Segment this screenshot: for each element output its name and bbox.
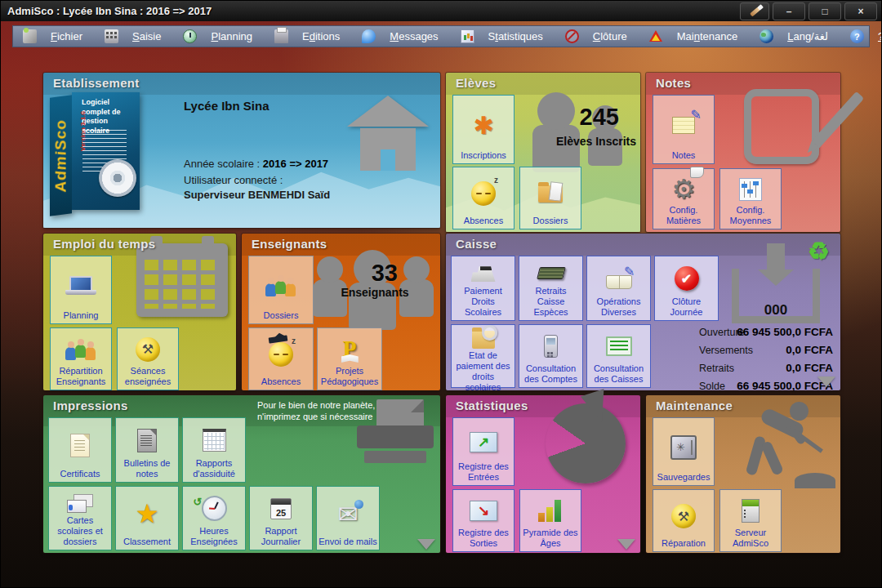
sauvegardes-button[interactable]: Sauvegardes: [653, 417, 715, 486]
registre-sorties-button[interactable]: Registre des Sorties: [452, 489, 514, 552]
menu-editions[interactable]: Editions: [274, 29, 340, 43]
folder-search-icon: [453, 329, 513, 350]
panel-title: Maintenance: [646, 395, 840, 412]
enseignants-absences-button[interactable]: Absences: [248, 327, 314, 390]
minimize-button[interactable]: –: [773, 2, 805, 20]
teachers-count: 33: [372, 260, 398, 287]
retraits-especes-button[interactable]: Retraits Caisse Espèces: [519, 256, 583, 321]
scroll-down-arrow[interactable]: [617, 539, 635, 550]
inscriptions-button[interactable]: Inscriptions: [452, 95, 514, 164]
summary-row: Ouverture66 945 500,0 FCFA: [693, 324, 833, 342]
planning-button[interactable]: Planning: [50, 256, 112, 324]
cloture-journee-button[interactable]: Clôture Journée: [654, 256, 719, 321]
panel-notes: Notes Notes Config. Matières Config. Moy…: [646, 73, 840, 232]
sleepy-graduate-icon: [251, 332, 311, 376]
theme-brush-button[interactable]: [740, 2, 769, 20]
menu-saisie[interactable]: Saisie: [105, 29, 161, 43]
server-icon: [722, 494, 779, 528]
menu-maintenance[interactable]: Maintenance: [649, 29, 737, 43]
cartes-scolaires-button[interactable]: Cartes scolaires et dossiers: [48, 486, 112, 550]
project-book-icon: P: [319, 332, 380, 366]
panel-title: Emploi du temps: [43, 234, 236, 251]
panel-title: Notes: [646, 73, 840, 90]
panel-title: Caisse: [446, 234, 840, 251]
consultation-caisses-button[interactable]: Consultation des Caisses: [586, 324, 651, 388]
banknotes-icon: [521, 261, 581, 286]
box-brand: AdmiSco: [52, 118, 70, 193]
eleves-absences-button[interactable]: Absences: [452, 167, 514, 229]
globe-icon: [760, 29, 773, 43]
paiement-droits-button[interactable]: Paiement Droits Scolaires: [451, 256, 515, 321]
year-value: 2016 => 2017: [263, 158, 328, 170]
red-check-icon: [657, 261, 716, 296]
connected-user: Superviseur BENMEHDI Saïd: [184, 189, 330, 201]
teachers-count-label: Enseignants: [311, 286, 439, 299]
panel-enseignants: Enseignants 33 Enseignants Dossiers Abse…: [242, 234, 440, 390]
panel-eleves: Elèves 245 Elèves Inscrits Inscriptions …: [446, 73, 640, 232]
calendar-day-icon: [252, 491, 310, 526]
menu-statistiques[interactable]: Statistiques: [461, 29, 543, 43]
panel-title: Etablissement: [43, 73, 440, 90]
cd-icon: [99, 159, 136, 197]
cash-drawer-icon: 000: [728, 243, 823, 323]
etat-paiement-button[interactable]: Etat de paiement des droits scolaires: [451, 324, 515, 388]
bulletins-notes-button[interactable]: Bulletins de notes: [115, 417, 179, 483]
notes-button[interactable]: Notes: [653, 95, 715, 164]
eleves-dossiers-button[interactable]: Dossiers: [519, 167, 581, 229]
menu-planning[interactable]: Planning: [183, 29, 252, 43]
report-document-icon: [118, 422, 176, 458]
admisco-product-box: Logiciel complet de gestion scolaire Ver…: [50, 92, 140, 220]
registre-entrees-button[interactable]: Registre des Entrées: [452, 417, 514, 486]
panel-caisse: Caisse 000 Paiement Droits Scolaires Ret…: [446, 234, 840, 390]
config-moyennes-button[interactable]: Config. Moyennes: [719, 168, 782, 229]
sliders-icon: [722, 173, 779, 205]
serveur-admisco-button[interactable]: Serveur AdmiSco: [719, 489, 782, 552]
paintbrush-icon: [749, 7, 760, 16]
chart-down-icon: [455, 494, 512, 528]
reparation-button[interactable]: Réparation: [653, 489, 715, 552]
panel-title: Enseignants: [242, 234, 440, 251]
menu-messages[interactable]: Messages: [362, 29, 438, 43]
operations-diverses-button[interactable]: Opérations Diverses: [586, 256, 651, 321]
enseignants-dossiers-button[interactable]: Dossiers: [248, 256, 314, 324]
drawer-counter: 000: [728, 302, 823, 318]
app-window: AdmiSco : Lycée Ibn Sina : 2016 => 2017 …: [0, 0, 882, 588]
repartition-enseignants-button[interactable]: Répartition Enseignants: [50, 327, 112, 390]
summary-row: Solde66 945 500,0 FCFA: [693, 378, 833, 396]
config-matieres-button[interactable]: Config. Matières: [653, 168, 715, 229]
safe-icon: [655, 422, 712, 472]
panel-emploi-du-temps: Emploi du temps Planning Répartition Ens…: [43, 234, 236, 390]
pyramide-ages-button[interactable]: Pyramide des Âges: [519, 489, 581, 552]
house-icon: [347, 96, 429, 171]
maximize-button[interactable]: □: [808, 2, 841, 20]
envoi-mails-button[interactable]: Envoi de mails: [316, 486, 380, 550]
close-button[interactable]: ×: [844, 2, 877, 20]
heures-enseignees-button[interactable]: Heures Enseignées: [182, 486, 246, 550]
chart-menu-icon: [461, 29, 474, 43]
tools-icon: [119, 332, 176, 366]
rapport-journalier-button[interactable]: Rapport Journalier: [249, 486, 313, 550]
menu-help[interactable]: ?: [850, 29, 882, 43]
menu-lang[interactable]: Lang/لغة: [760, 29, 828, 43]
printer-menu-icon: [274, 29, 288, 43]
cash-register-icon: [453, 261, 513, 286]
keyboard-menu-icon: [105, 29, 118, 43]
menu-fichier[interactable]: Fichier: [23, 29, 82, 43]
projets-pedagogiques-button[interactable]: P Projets Pédagogiques: [317, 327, 382, 390]
title-bar: AdmiSco : Lycée Ibn Sina : 2016 => 2017 …: [1, 1, 881, 21]
scroll-down-arrow[interactable]: [417, 539, 435, 550]
seances-enseignees-button[interactable]: Séances enseignées: [117, 327, 179, 390]
students-count-label: Elèves Inscrits: [555, 135, 637, 148]
classement-button[interactable]: Classement: [115, 486, 179, 550]
eco-note: Pour le bien de notre planète, n'imprime…: [257, 399, 416, 423]
scroll-down-arrow[interactable]: [817, 376, 835, 387]
calendar-icon: [136, 243, 228, 317]
menu-cloture[interactable]: Clôture: [565, 29, 627, 43]
clock-icon: [185, 491, 243, 526]
help-icon: [850, 29, 864, 43]
rapports-assiduite-button[interactable]: Rapports d'assiduité: [182, 417, 246, 483]
consultation-comptes-button[interactable]: Consultation des Comptes: [519, 324, 583, 388]
window-title: AdmiSco : Lycée Ibn Sina : 2016 => 2017: [1, 5, 212, 17]
certificats-button[interactable]: Certificats: [48, 417, 112, 483]
sleepy-face-icon: [455, 172, 512, 216]
